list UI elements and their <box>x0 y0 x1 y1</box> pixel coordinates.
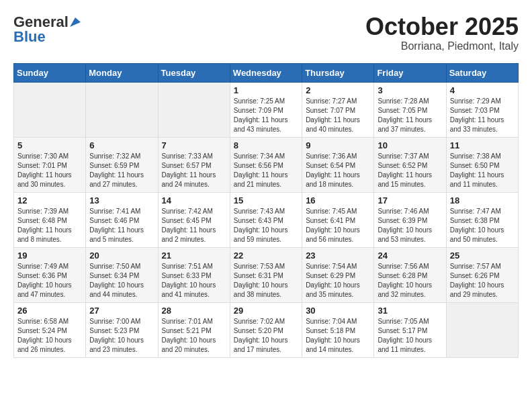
day-info: Sunrise: 7:28 AMSunset: 7:05 PMDaylight:… <box>378 97 442 134</box>
day-info: Sunrise: 6:58 AMSunset: 5:24 PMDaylight:… <box>17 317 82 355</box>
calendar-week-row: 19Sunrise: 7:49 AMSunset: 6:36 PMDayligh… <box>14 247 519 302</box>
day-number: 20 <box>89 250 154 261</box>
day-number: 17 <box>378 195 442 205</box>
calendar-table: SundayMondayTuesdayWednesdayThursdayFrid… <box>13 63 519 358</box>
day-info: Sunrise: 7:05 AMSunset: 5:17 PMDaylight:… <box>378 317 442 355</box>
weekday-header-row: SundayMondayTuesdayWednesdayThursdayFrid… <box>14 63 519 82</box>
calendar-cell <box>14 82 86 137</box>
calendar-cell: 16Sunrise: 7:45 AMSunset: 6:41 PMDayligh… <box>302 192 374 247</box>
calendar-cell: 19Sunrise: 7:49 AMSunset: 6:36 PMDayligh… <box>14 247 86 302</box>
calendar-cell: 30Sunrise: 7:04 AMSunset: 5:18 PMDayligh… <box>302 302 374 357</box>
calendar-cell: 25Sunrise: 7:57 AMSunset: 6:26 PMDayligh… <box>446 247 518 302</box>
day-info: Sunrise: 7:34 AMSunset: 6:56 PMDaylight:… <box>234 152 298 189</box>
day-number: 16 <box>306 195 370 205</box>
calendar-cell: 2Sunrise: 7:27 AMSunset: 7:07 PMDaylight… <box>302 82 374 137</box>
day-number: 3 <box>378 85 442 95</box>
day-info: Sunrise: 7:30 AMSunset: 7:01 PMDaylight:… <box>17 152 82 189</box>
day-info: Sunrise: 7:29 AMSunset: 7:03 PMDaylight:… <box>450 97 515 134</box>
day-number: 30 <box>306 306 370 316</box>
day-number: 4 <box>450 85 515 95</box>
day-info: Sunrise: 7:32 AMSunset: 6:59 PMDaylight:… <box>89 152 154 189</box>
weekday-header: Tuesday <box>158 63 230 82</box>
day-number: 10 <box>378 140 442 150</box>
day-number: 28 <box>162 306 226 316</box>
calendar-cell: 14Sunrise: 7:42 AMSunset: 6:45 PMDayligh… <box>158 192 230 247</box>
logo-blue: Blue <box>13 28 46 46</box>
calendar-cell: 15Sunrise: 7:43 AMSunset: 6:43 PMDayligh… <box>230 192 302 247</box>
day-number: 21 <box>162 250 226 261</box>
month-title: October 2025 <box>365 13 519 40</box>
day-number: 1 <box>234 85 298 95</box>
calendar-cell <box>446 302 518 357</box>
calendar-cell: 20Sunrise: 7:50 AMSunset: 6:34 PMDayligh… <box>86 247 158 302</box>
day-info: Sunrise: 7:50 AMSunset: 6:34 PMDaylight:… <box>89 262 154 300</box>
day-number: 6 <box>89 140 154 150</box>
calendar-week-row: 26Sunrise: 6:58 AMSunset: 5:24 PMDayligh… <box>14 302 519 357</box>
location: Borriana, Piedmont, Italy <box>365 40 519 52</box>
calendar-cell: 8Sunrise: 7:34 AMSunset: 6:56 PMDaylight… <box>230 137 302 192</box>
day-info: Sunrise: 7:43 AMSunset: 6:43 PMDaylight:… <box>234 207 298 244</box>
day-number: 7 <box>162 140 226 150</box>
day-number: 26 <box>17 306 82 316</box>
calendar-cell: 3Sunrise: 7:28 AMSunset: 7:05 PMDaylight… <box>374 82 446 137</box>
calendar-cell: 7Sunrise: 7:33 AMSunset: 6:57 PMDaylight… <box>158 137 230 192</box>
weekday-header: Sunday <box>14 63 86 82</box>
day-number: 23 <box>306 250 370 261</box>
day-info: Sunrise: 7:25 AMSunset: 7:09 PMDaylight:… <box>234 97 298 134</box>
calendar-week-row: 5Sunrise: 7:30 AMSunset: 7:01 PMDaylight… <box>14 137 519 192</box>
calendar-cell: 12Sunrise: 7:39 AMSunset: 6:48 PMDayligh… <box>14 192 86 247</box>
day-number: 13 <box>89 195 154 205</box>
calendar-cell: 6Sunrise: 7:32 AMSunset: 6:59 PMDaylight… <box>86 137 158 192</box>
calendar-cell: 13Sunrise: 7:41 AMSunset: 6:46 PMDayligh… <box>86 192 158 247</box>
day-info: Sunrise: 7:36 AMSunset: 6:54 PMDaylight:… <box>306 152 370 189</box>
calendar-week-row: 12Sunrise: 7:39 AMSunset: 6:48 PMDayligh… <box>14 192 519 247</box>
weekday-header: Thursday <box>302 63 374 82</box>
day-info: Sunrise: 7:47 AMSunset: 6:38 PMDaylight:… <box>450 207 515 244</box>
svg-marker-0 <box>70 17 81 27</box>
day-number: 19 <box>17 250 82 261</box>
day-number: 2 <box>306 85 370 95</box>
page-header: General Blue October 2025 Borriana, Pied… <box>13 13 519 52</box>
day-number: 29 <box>234 306 298 316</box>
day-info: Sunrise: 7:56 AMSunset: 6:28 PMDaylight:… <box>378 262 442 300</box>
day-number: 25 <box>450 250 515 261</box>
calendar-cell <box>158 82 230 137</box>
calendar-cell: 22Sunrise: 7:53 AMSunset: 6:31 PMDayligh… <box>230 247 302 302</box>
calendar-cell: 23Sunrise: 7:54 AMSunset: 6:29 PMDayligh… <box>302 247 374 302</box>
calendar-cell: 17Sunrise: 7:46 AMSunset: 6:39 PMDayligh… <box>374 192 446 247</box>
title-block: October 2025 Borriana, Piedmont, Italy <box>365 13 519 52</box>
day-info: Sunrise: 7:42 AMSunset: 6:45 PMDaylight:… <box>162 207 226 244</box>
day-number: 15 <box>234 195 298 205</box>
day-number: 27 <box>89 306 154 316</box>
day-info: Sunrise: 7:41 AMSunset: 6:46 PMDaylight:… <box>89 207 154 244</box>
calendar-cell: 18Sunrise: 7:47 AMSunset: 6:38 PMDayligh… <box>446 192 518 247</box>
calendar-cell: 31Sunrise: 7:05 AMSunset: 5:17 PMDayligh… <box>374 302 446 357</box>
calendar-cell: 4Sunrise: 7:29 AMSunset: 7:03 PMDaylight… <box>446 82 518 137</box>
day-number: 22 <box>234 250 298 261</box>
day-number: 8 <box>234 140 298 150</box>
calendar-cell: 9Sunrise: 7:36 AMSunset: 6:54 PMDaylight… <box>302 137 374 192</box>
calendar-week-row: 1Sunrise: 7:25 AMSunset: 7:09 PMDaylight… <box>14 82 519 137</box>
day-info: Sunrise: 7:51 AMSunset: 6:33 PMDaylight:… <box>162 262 226 300</box>
weekday-header: Monday <box>86 63 158 82</box>
day-info: Sunrise: 7:04 AMSunset: 5:18 PMDaylight:… <box>306 317 370 355</box>
calendar-cell <box>86 82 158 137</box>
calendar-cell: 27Sunrise: 7:00 AMSunset: 5:23 PMDayligh… <box>86 302 158 357</box>
day-info: Sunrise: 7:46 AMSunset: 6:39 PMDaylight:… <box>378 207 442 244</box>
day-number: 31 <box>378 306 442 316</box>
calendar-cell: 24Sunrise: 7:56 AMSunset: 6:28 PMDayligh… <box>374 247 446 302</box>
day-info: Sunrise: 7:53 AMSunset: 6:31 PMDaylight:… <box>234 262 298 300</box>
weekday-header: Friday <box>374 63 446 82</box>
calendar-cell: 29Sunrise: 7:02 AMSunset: 5:20 PMDayligh… <box>230 302 302 357</box>
day-info: Sunrise: 7:01 AMSunset: 5:21 PMDaylight:… <box>162 317 226 355</box>
day-number: 11 <box>450 140 515 150</box>
day-number: 14 <box>162 195 226 205</box>
calendar-cell: 21Sunrise: 7:51 AMSunset: 6:33 PMDayligh… <box>158 247 230 302</box>
day-info: Sunrise: 7:39 AMSunset: 6:48 PMDaylight:… <box>17 207 82 244</box>
weekday-header: Saturday <box>446 63 518 82</box>
day-info: Sunrise: 7:33 AMSunset: 6:57 PMDaylight:… <box>162 152 226 189</box>
day-number: 18 <box>450 195 515 205</box>
logo: General Blue <box>13 13 81 46</box>
day-info: Sunrise: 7:37 AMSunset: 6:52 PMDaylight:… <box>378 152 442 189</box>
day-info: Sunrise: 7:49 AMSunset: 6:36 PMDaylight:… <box>17 262 82 300</box>
